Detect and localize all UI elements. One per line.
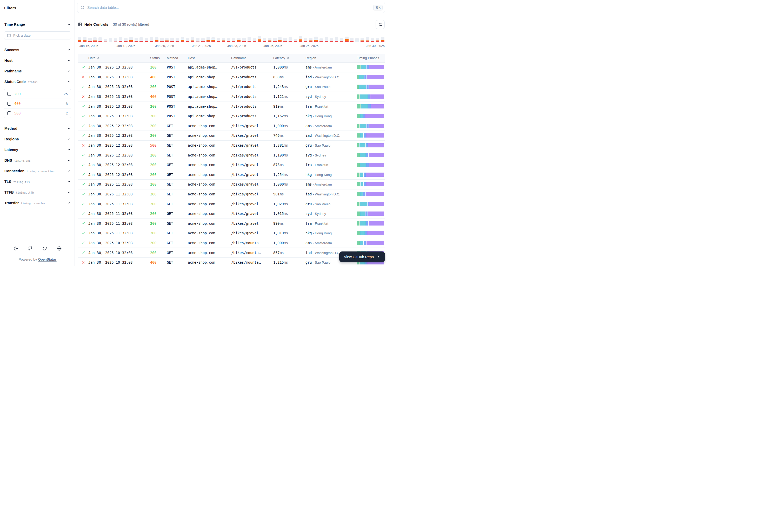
column-header-latency[interactable]: Latency bbox=[273, 56, 306, 60]
date-cell: Jan 30, 2025 12:32:03 bbox=[88, 143, 150, 147]
table-row[interactable]: Jan 30, 2025 12:32:03200GETacme-shop.com… bbox=[78, 150, 385, 160]
phase-segment bbox=[366, 163, 369, 167]
x-icon bbox=[81, 75, 85, 79]
table-row[interactable]: Jan 30, 2025 13:32:03200POSTapi.acme-sho… bbox=[78, 63, 385, 72]
table-row[interactable]: Jan 30, 2025 12:32:03500GETacme-shop.com… bbox=[78, 141, 385, 151]
region-name: - Hong Kong bbox=[312, 173, 332, 177]
column-header-timing-phases[interactable]: Timing Phases bbox=[357, 56, 384, 60]
table-row[interactable]: Jan 30, 2025 12:32:03200GETacme-shop.com… bbox=[78, 160, 385, 170]
latency-cell: 1,000ms bbox=[273, 124, 306, 128]
phase-segment bbox=[369, 163, 384, 167]
filter-section-connection[interactable]: Connectiontiming.connection bbox=[4, 167, 71, 175]
latency-unit: ms bbox=[280, 75, 284, 79]
hide-controls-label: Hide Controls bbox=[84, 22, 108, 26]
search-input[interactable]: Search data table... ⌘K bbox=[77, 2, 385, 13]
filter-section-time-range[interactable]: Time Range bbox=[4, 21, 71, 28]
hide-controls-button[interactable]: Hide Controls bbox=[78, 22, 108, 26]
latency-cell: 1,162ms bbox=[273, 114, 306, 118]
date-picker-input[interactable]: Pick a date bbox=[4, 31, 71, 39]
table-row[interactable]: Jan 30, 2025 13:32:03200POSTapi.acme-sho… bbox=[78, 111, 385, 121]
globe-icon-button[interactable] bbox=[57, 246, 62, 252]
filter-section-success[interactable]: Success bbox=[4, 46, 71, 53]
check-icon bbox=[81, 221, 85, 225]
method-cell: GET bbox=[167, 173, 188, 177]
timeline-bar bbox=[345, 37, 349, 42]
filter-section-ttfb[interactable]: TTFBtiming.ttfb bbox=[4, 189, 71, 196]
checkbox[interactable] bbox=[7, 102, 11, 106]
filter-section-regions[interactable]: Regions bbox=[4, 135, 71, 143]
timing-phases-bar bbox=[357, 231, 384, 235]
date-picker-placeholder: Pick a date bbox=[13, 33, 31, 37]
status-option-400[interactable]: 4003 bbox=[4, 99, 71, 108]
table-row[interactable]: Jan 30, 2025 10:32:03200GETacme-shop.com… bbox=[78, 248, 385, 258]
table-row[interactable]: Jan 30, 2025 12:32:03200GETacme-shop.com… bbox=[78, 121, 385, 131]
timing-phases-cell bbox=[357, 133, 384, 138]
latency-value: 1,215 bbox=[273, 260, 284, 264]
table-row[interactable]: Jan 30, 2025 11:32:03200GETacme-shop.com… bbox=[78, 219, 385, 229]
view-github-repo-button[interactable]: View GitHub Repo bbox=[339, 251, 385, 262]
region-name: - Sydney bbox=[312, 153, 326, 157]
twitter-icon-button[interactable] bbox=[43, 246, 47, 252]
table-row[interactable]: Jan 30, 2025 13:32:03200POSTapi.acme-sho… bbox=[78, 101, 385, 111]
table-row[interactable]: Jan 30, 2025 10:32:03200GETacme-shop.com… bbox=[78, 238, 385, 248]
column-header-method[interactable]: Method bbox=[167, 56, 188, 60]
table-row[interactable]: Jan 30, 2025 11:32:03200GETacme-shop.com… bbox=[78, 228, 385, 238]
region-name: - Frankfurt bbox=[312, 163, 328, 167]
region-name: - Sao Paulo bbox=[312, 261, 330, 264]
table-row[interactable]: Jan 30, 2025 13:32:03400POSTapi.acme-sho… bbox=[78, 92, 385, 102]
table-row[interactable]: Jan 30, 2025 12:32:03200GETacme-shop.com… bbox=[78, 170, 385, 180]
table-row[interactable]: Jan 30, 2025 11:32:03200GETacme-shop.com… bbox=[78, 199, 385, 209]
timeline-bar bbox=[258, 36, 261, 42]
column-header-host[interactable]: Host bbox=[188, 56, 231, 60]
method-cell: GET bbox=[167, 260, 188, 264]
timeline-chart[interactable]: Jan 16, 2025Jan 18, 2025Jan 20, 2025Jan … bbox=[78, 36, 385, 49]
filter-section-transfer[interactable]: Transfertiming.transfer bbox=[4, 199, 71, 207]
filter-section-latency[interactable]: Latency bbox=[4, 146, 71, 153]
filter-section-label: Method bbox=[4, 126, 17, 131]
status-cell: 200 bbox=[150, 221, 167, 226]
latency-value: 1,162 bbox=[273, 114, 284, 118]
checkbox[interactable] bbox=[7, 111, 11, 115]
timing-phases-bar bbox=[357, 212, 384, 216]
status-option-200[interactable]: 20025 bbox=[4, 89, 71, 99]
filter-section-pathname[interactable]: Pathname bbox=[4, 67, 71, 75]
timing-phases-cell bbox=[357, 212, 384, 216]
status-cell: 200 bbox=[150, 85, 167, 89]
view-options-button[interactable] bbox=[376, 20, 385, 29]
column-header-region[interactable]: Region bbox=[306, 56, 357, 60]
latency-unit: ms bbox=[284, 260, 288, 264]
pathname-cell: /bikes/mounta… bbox=[231, 251, 273, 255]
column-header-status[interactable]: Status bbox=[150, 56, 167, 60]
filter-section-method[interactable]: Method bbox=[4, 125, 71, 132]
timeline-bar bbox=[237, 38, 241, 42]
phase-segment bbox=[360, 133, 363, 138]
pathname-cell: /bikes/gravel bbox=[231, 231, 273, 235]
column-header-pathname[interactable]: Pathname bbox=[231, 56, 273, 60]
filter-section-status-code[interactable]: Status Codestatus bbox=[4, 78, 71, 85]
latency-cell: 981ms bbox=[273, 192, 306, 196]
timing-phases-cell bbox=[357, 114, 384, 118]
filter-section-host[interactable]: Host bbox=[4, 57, 71, 64]
status-code-label: 200 bbox=[14, 92, 21, 96]
host-cell: acme-shop.com bbox=[188, 192, 231, 196]
openstatus-link[interactable]: OpenStatus bbox=[38, 257, 56, 261]
table-row[interactable]: Jan 30, 2025 13:32:03400POSTapi.acme-sho… bbox=[78, 72, 385, 82]
status-option-500[interactable]: 5002 bbox=[4, 108, 71, 118]
table-row[interactable]: Jan 30, 2025 10:32:03400GETacme-shop.com… bbox=[78, 258, 385, 266]
table-row[interactable]: Jan 30, 2025 11:32:03200GETacme-shop.com… bbox=[78, 189, 385, 199]
table-row[interactable]: Jan 30, 2025 12:32:03200GETacme-shop.com… bbox=[78, 131, 385, 141]
column-header-date[interactable]: Date bbox=[88, 56, 150, 60]
powered-by: Powered by OpenStatus bbox=[4, 257, 71, 261]
table-row[interactable]: Jan 30, 2025 13:32:03200POSTapi.acme-sho… bbox=[78, 82, 385, 92]
region-name: - Sao Paulo bbox=[312, 85, 330, 89]
filter-section-tls[interactable]: TLStiming.tls bbox=[4, 178, 71, 185]
github-icon-button[interactable] bbox=[28, 246, 32, 252]
latency-unit: ms bbox=[280, 163, 284, 167]
phase-segment bbox=[366, 133, 384, 138]
table-row[interactable]: Jan 30, 2025 11:32:03200GETacme-shop.com… bbox=[78, 209, 385, 219]
table-row[interactable]: Jan 30, 2025 11:32:03200GETacme-shop.com… bbox=[78, 180, 385, 189]
phase-segment bbox=[366, 192, 384, 196]
sun-icon-button[interactable] bbox=[13, 246, 18, 252]
filter-section-dns[interactable]: DNStiming.dns bbox=[4, 157, 71, 164]
checkbox[interactable] bbox=[7, 92, 11, 96]
